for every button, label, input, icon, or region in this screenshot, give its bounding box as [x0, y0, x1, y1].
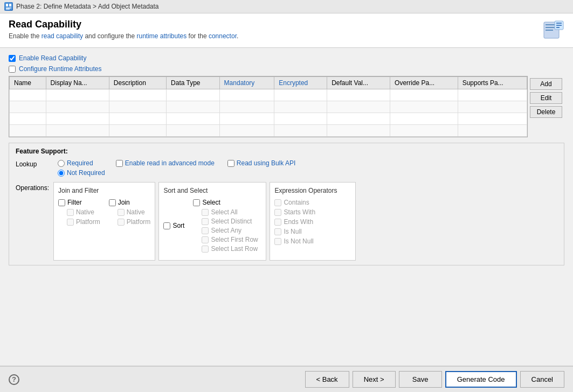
- join-native-checkbox[interactable]: [118, 209, 125, 216]
- lookup-required-label: Required: [67, 159, 93, 167]
- lookup-not-required-option[interactable]: Not Required: [58, 169, 105, 177]
- join-checkbox[interactable]: [109, 199, 116, 206]
- lookup-not-required-radio[interactable]: [58, 170, 65, 177]
- operations-label: Operations:: [16, 182, 53, 192]
- join-and-filter-title: Join and Filter: [58, 187, 150, 194]
- lookup-required-radio[interactable]: [58, 160, 65, 167]
- svg-rect-11: [556, 25, 562, 26]
- configure-runtime-label[interactable]: Configure Runtime Attributes: [19, 65, 101, 73]
- enable-read-capability-checkbox[interactable]: [9, 55, 16, 62]
- select-checkbox[interactable]: [193, 199, 200, 206]
- select-all-label: Select All: [211, 208, 237, 216]
- advanced-checkboxes: Enable read in advanced mode Read using …: [116, 159, 557, 167]
- filter-checkbox[interactable]: [58, 199, 65, 206]
- ends-with-checkbox[interactable]: [274, 219, 281, 226]
- select-any-checkbox[interactable]: [202, 227, 209, 234]
- select-all-checkbox[interactable]: [202, 209, 209, 216]
- col-name: Name: [10, 77, 46, 89]
- help-icon[interactable]: ?: [9, 374, 19, 385]
- configure-runtime-checkbox[interactable]: [9, 66, 16, 73]
- select-column: Select Select All Select Di: [193, 199, 258, 253]
- operations-panels: Join and Filter Filter Native: [53, 182, 557, 261]
- join-platform-checkbox[interactable]: [118, 219, 125, 226]
- svg-rect-10: [556, 23, 562, 24]
- add-button[interactable]: Add: [530, 78, 562, 90]
- title-bar-text: Phase 2: Define Metadata > Add Object Me…: [16, 3, 159, 10]
- select-last-row-checkbox[interactable]: [202, 246, 209, 253]
- join-filter-group: Filter Native Platform: [58, 199, 150, 226]
- starts-with-checkbox[interactable]: [274, 209, 281, 216]
- select-distinct-item: Select Distinct: [202, 218, 258, 225]
- join-label[interactable]: Join: [118, 199, 130, 206]
- svg-rect-8: [546, 30, 553, 31]
- lookup-row: Lookup Required Not Required: [16, 159, 105, 177]
- attributes-table: Name Display Na... Description Data Type…: [9, 76, 527, 137]
- svg-rect-3: [6, 8, 11, 9]
- feature-support-section: Feature Support: Lookup Required Not Req…: [9, 143, 564, 265]
- operations-row: Operations: Join and Filter Filter: [16, 182, 557, 261]
- select-last-row-item: Select Last Row: [202, 245, 258, 253]
- table-row-empty-1: [10, 89, 527, 101]
- join-platform-label: Platform: [127, 218, 151, 226]
- sort-row: Sort Select Select All: [163, 199, 261, 253]
- ends-with-item: Ends With: [274, 218, 351, 226]
- col-data-type: Data Type: [167, 77, 220, 89]
- contains-checkbox[interactable]: [274, 199, 281, 206]
- starts-with-item: Starts With: [274, 208, 351, 216]
- enable-read-capability-label[interactable]: Enable Read Capability: [19, 54, 86, 62]
- back-button[interactable]: < Back: [305, 371, 349, 388]
- read-bulk-api-label[interactable]: Read using Bulk API: [237, 159, 295, 167]
- title-bar: Phase 2: Define Metadata > Add Object Me…: [0, 0, 573, 13]
- svg-rect-12: [556, 27, 560, 28]
- enable-advanced-mode-row: Enable read in advanced mode: [116, 159, 215, 167]
- sort-item: Sort: [163, 199, 184, 253]
- join-native-item: Native: [118, 208, 151, 216]
- select-any-item: Select Any: [202, 227, 258, 234]
- select-first-row-checkbox[interactable]: [202, 236, 209, 243]
- bottom-bar: ? < Back Next > Save Generate Code Cance…: [0, 366, 573, 392]
- content-area: Enable Read Capability Configure Runtime…: [0, 48, 573, 366]
- generate-code-button[interactable]: Generate Code: [445, 371, 517, 388]
- delete-button[interactable]: Delete: [530, 106, 562, 118]
- starts-with-label: Starts With: [284, 208, 315, 216]
- sort-and-select-panel: Sort and Select Sort Select: [158, 182, 266, 261]
- is-null-checkbox[interactable]: [274, 228, 281, 235]
- select-sub-options: Select All Select Distinct Select Any: [202, 208, 258, 253]
- table-row-empty-3: [10, 113, 527, 125]
- next-button[interactable]: Next >: [353, 371, 396, 388]
- select-label[interactable]: Select: [202, 199, 220, 206]
- join-native-label: Native: [127, 208, 145, 216]
- filter-item: Filter: [58, 199, 100, 206]
- enable-advanced-mode-label[interactable]: Enable read in advanced mode: [125, 159, 215, 167]
- filter-label[interactable]: Filter: [67, 199, 82, 206]
- filter-platform-checkbox[interactable]: [67, 219, 74, 226]
- configure-runtime-row: Configure Runtime Attributes: [9, 65, 564, 73]
- join-platform-item: Platform: [118, 218, 151, 226]
- read-bulk-api-row: Read using Bulk API: [227, 159, 295, 167]
- select-any-label: Select Any: [211, 227, 241, 234]
- select-distinct-checkbox[interactable]: [202, 218, 209, 225]
- edit-button[interactable]: Edit: [530, 92, 562, 104]
- lookup-required-option[interactable]: Required: [58, 159, 105, 167]
- expression-operators-panel: Expression Operators Contains Starts Wit…: [270, 182, 356, 261]
- sort-label[interactable]: Sort: [172, 222, 184, 229]
- contains-label: Contains: [284, 199, 309, 206]
- table-row-empty-2: [10, 101, 527, 113]
- is-not-null-checkbox[interactable]: [274, 238, 281, 245]
- filter-native-checkbox[interactable]: [67, 209, 74, 216]
- enable-advanced-mode-checkbox[interactable]: [116, 160, 123, 167]
- is-null-item: Is Null: [274, 228, 351, 235]
- col-description: Description: [109, 77, 166, 89]
- filter-platform-label: Platform: [76, 218, 100, 226]
- filter-platform-item: Platform: [67, 218, 100, 226]
- join-and-filter-panel: Join and Filter Filter Native: [53, 182, 155, 261]
- sort-checkbox[interactable]: [163, 222, 170, 229]
- read-bulk-api-checkbox[interactable]: [227, 160, 234, 167]
- filter-native-label: Native: [76, 208, 94, 216]
- sort-and-select-title: Sort and Select: [163, 187, 261, 194]
- save-button[interactable]: Save: [399, 371, 442, 388]
- col-mandatory: Mandatory: [219, 77, 274, 89]
- cancel-button[interactable]: Cancel: [520, 371, 564, 388]
- filter-native-item: Native: [67, 208, 100, 216]
- attributes-table-container: Name Display Na... Description Data Type…: [9, 76, 528, 137]
